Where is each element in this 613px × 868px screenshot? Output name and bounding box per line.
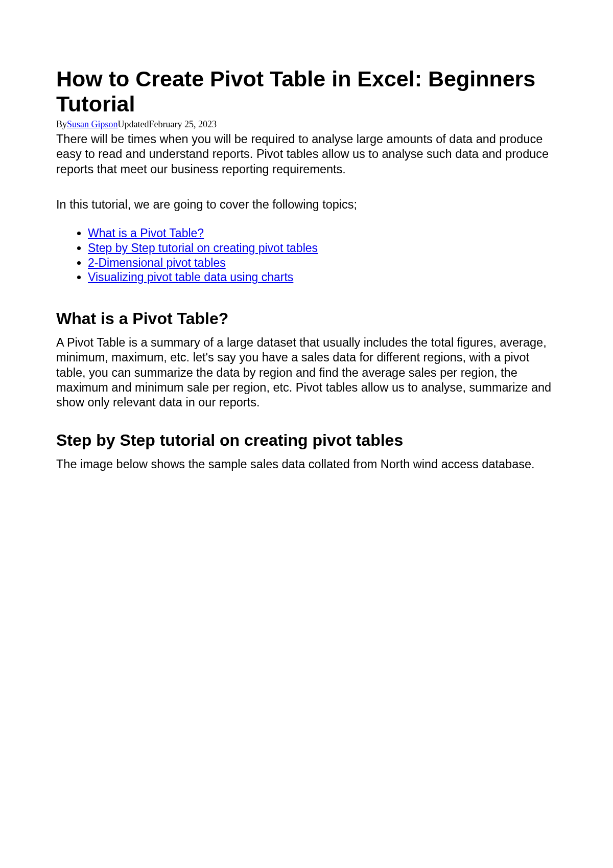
intro-paragraph: There will be times when you will be req… [56, 132, 557, 177]
toc-link-2d[interactable]: 2-Dimensional pivot tables [88, 256, 226, 269]
updated-label: Updated [118, 119, 149, 129]
update-date: February 25, 2023 [149, 119, 217, 129]
section-body-what-is: A Pivot Table is a summary of a large da… [56, 335, 557, 410]
topics-intro: In this tutorial, we are going to cover … [56, 197, 557, 212]
by-label: By [56, 119, 67, 129]
section-body-step-by-step: The image below shows the sample sales d… [56, 457, 557, 472]
toc-link-what-is[interactable]: What is a Pivot Table? [88, 226, 204, 240]
section-heading-what-is: What is a Pivot Table? [56, 309, 557, 328]
page-title: How to Create Pivot Table in Excel: Begi… [56, 66, 557, 117]
toc-item: Step by Step tutorial on creating pivot … [88, 241, 557, 256]
table-of-contents: What is a Pivot Table? Step by Step tuto… [56, 226, 557, 284]
section-heading-step-by-step: Step by Step tutorial on creating pivot … [56, 431, 557, 450]
author-link[interactable]: Susan Gipson [67, 119, 118, 129]
toc-item: Visualizing pivot table data using chart… [88, 270, 557, 285]
toc-link-visualizing[interactable]: Visualizing pivot table data using chart… [88, 270, 293, 284]
toc-link-step-by-step[interactable]: Step by Step tutorial on creating pivot … [88, 241, 318, 255]
toc-item: 2-Dimensional pivot tables [88, 256, 557, 270]
toc-item: What is a Pivot Table? [88, 226, 557, 241]
byline: BySusan GipsonUpdatedFebruary 25, 2023 [56, 119, 557, 130]
